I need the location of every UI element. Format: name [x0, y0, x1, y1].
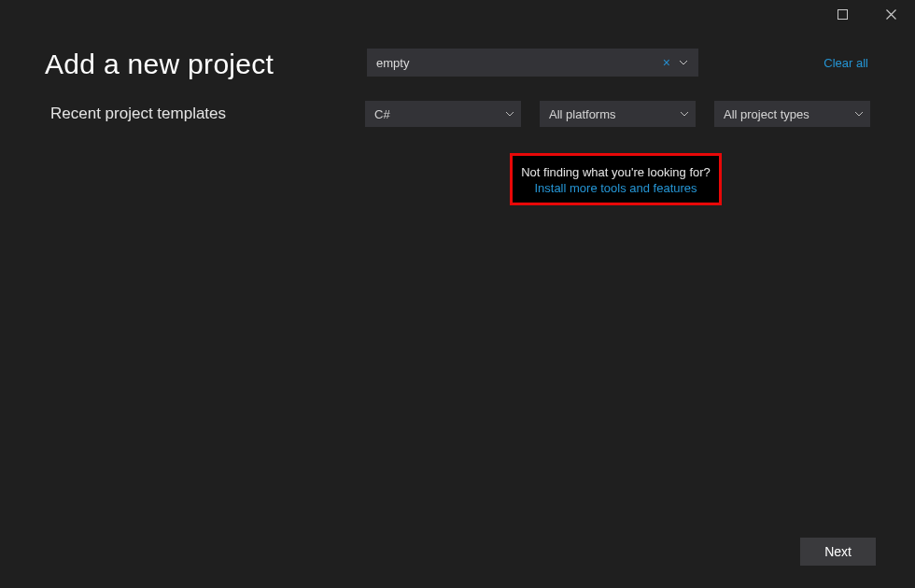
project-type-filter[interactable]: All project types	[714, 101, 870, 127]
close-button[interactable]	[872, 0, 909, 28]
clear-all-link[interactable]: Clear all	[824, 56, 868, 70]
platform-filter-label: All platforms	[549, 107, 681, 121]
search-clear-icon[interactable]: ×	[659, 55, 674, 70]
install-hint-panel: Not finding what you're looking for? Ins…	[510, 153, 722, 205]
recent-templates-heading: Recent project templates	[45, 105, 365, 123]
project-type-filter-label: All project types	[724, 107, 855, 121]
search-box[interactable]: empty ×	[367, 49, 698, 77]
search-input-value: empty	[376, 56, 659, 70]
next-button[interactable]: Next	[800, 538, 876, 566]
chevron-down-icon	[506, 112, 514, 117]
maximize-button[interactable]	[824, 0, 861, 28]
language-filter[interactable]: C#	[365, 101, 521, 127]
svg-rect-0	[838, 9, 847, 19]
page-title: Add a new project	[45, 49, 367, 80]
language-filter-label: C#	[374, 107, 506, 121]
platform-filter[interactable]: All platforms	[540, 101, 696, 127]
titlebar	[0, 0, 915, 28]
chevron-down-icon	[681, 112, 688, 117]
chevron-down-icon[interactable]	[674, 61, 693, 65]
install-tools-link[interactable]: Install more tools and features	[514, 181, 717, 195]
chevron-down-icon	[855, 112, 863, 117]
install-hint-title: Not finding what you're looking for?	[514, 165, 717, 179]
